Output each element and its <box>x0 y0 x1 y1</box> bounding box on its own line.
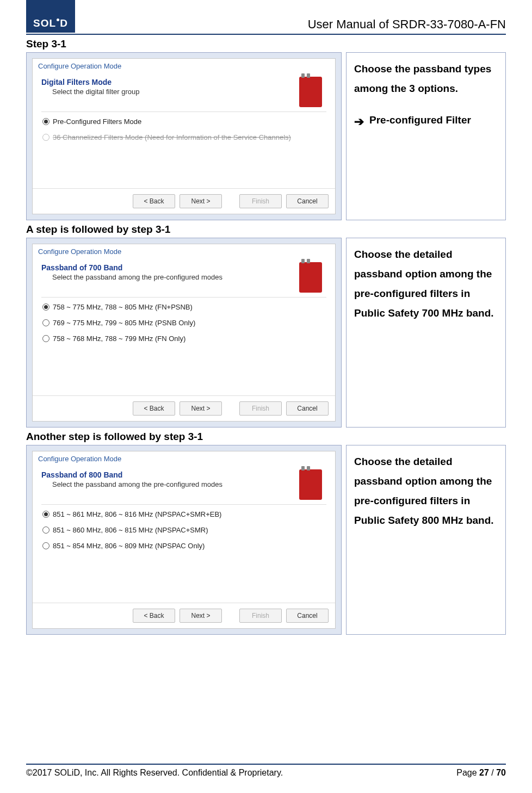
device-icon <box>299 77 322 107</box>
dialog-heading: Digital Filters Mode <box>41 78 139 86</box>
radio-option[interactable]: 758 ~ 768 MHz, 788 ~ 799 MHz (FN Only) <box>42 334 326 343</box>
desc-text: Choose the detailed passband option amon… <box>354 452 498 530</box>
dialog-configure-operation-mode: Configure Operation Mode Passband of 800… <box>32 451 336 629</box>
back-button[interactable]: < Back <box>133 609 175 623</box>
dialog-configure-operation-mode: Configure Operation Mode Digital Filters… <box>32 58 336 214</box>
dialog-options: 851 ~ 861 MHz, 806 ~ 816 MHz (NPSPAC+SMR… <box>41 510 326 597</box>
radio-icon <box>42 134 50 141</box>
finish-button: Finish <box>239 194 282 208</box>
desc-text: Choose the detailed passband option amon… <box>354 245 498 323</box>
next-button[interactable]: Next > <box>180 194 222 208</box>
finish-button: Finish <box>239 609 282 623</box>
radio-option[interactable]: 851 ~ 860 MHz, 806 ~ 815 MHz (NPSPAC+SMR… <box>42 526 326 534</box>
step-row: Configure Operation Mode Digital Filters… <box>26 52 506 220</box>
device-icon <box>299 262 322 293</box>
page-footer: ©2017 SOLiD, Inc. All Rights Reserved. C… <box>26 764 506 778</box>
dialog-top: Passband of 700 Band Select the passband… <box>41 260 326 298</box>
radio-option: 36 Channelized Filters Mode (Need for In… <box>42 133 326 141</box>
step-heading: Step 3-1 <box>26 38 506 50</box>
description-cell: Choose the detailed passband option amon… <box>346 445 506 635</box>
next-button[interactable]: Next > <box>180 609 222 623</box>
dialog-top: Digital Filters Mode Select the digital … <box>41 75 326 112</box>
dialog-heading: Passband of 700 Band <box>41 263 222 272</box>
radio-icon <box>42 542 50 549</box>
doc-title: User Manual of SRDR-33-7080-A-FN <box>308 17 506 33</box>
radio-label: 851 ~ 860 MHz, 806 ~ 815 MHz (NPSPAC+SMR… <box>53 526 208 534</box>
copyright-text: ©2017 SOLiD, Inc. All Rights Reserved. C… <box>26 768 283 778</box>
cancel-button[interactable]: Cancel <box>286 609 329 623</box>
radio-option[interactable]: Pre-Configured Filters Mode <box>42 117 326 126</box>
dialog-sub: Select the passband among the pre-config… <box>52 273 222 281</box>
dialog-top: Passband of 800 Band Select the passband… <box>41 467 326 505</box>
radio-label: 851 ~ 861 MHz, 806 ~ 816 MHz (NPSPAC+SMR… <box>53 510 221 518</box>
desc-text: Choose the passband types among the 3 op… <box>354 59 498 98</box>
device-icon <box>299 469 322 500</box>
screenshot-cell: Configure Operation Mode Passband of 800… <box>26 445 342 635</box>
dialog-buttons: < Back Next > Finish Cancel <box>33 603 335 628</box>
description-cell: Choose the detailed passband option amon… <box>346 238 506 428</box>
radio-label: 36 Channelized Filters Mode (Need for In… <box>53 133 291 141</box>
finish-button: Finish <box>239 401 282 416</box>
radio-label: 851 ~ 854 MHz, 806 ~ 809 MHz (NPSPAC Onl… <box>53 542 205 550</box>
page-number: Page 27 / 70 <box>456 768 506 778</box>
dialog-sub: Select the digital filter group <box>52 88 139 96</box>
radio-option[interactable]: 851 ~ 861 MHz, 806 ~ 816 MHz (NPSPAC+SMR… <box>42 510 326 518</box>
dialog-title: Configure Operation Mode <box>33 451 335 464</box>
screenshot-cell: Configure Operation Mode Passband of 700… <box>26 238 342 428</box>
page: SOLD User Manual of SRDR-33-7080-A-FN St… <box>0 0 532 793</box>
step-heading: A step is followed by step 3-1 <box>26 224 506 236</box>
dialog-options: Pre-Configured Filters Mode 36 Channeliz… <box>41 117 326 183</box>
radio-option[interactable]: 758 ~ 775 MHz, 788 ~ 805 MHz (FN+PSNB) <box>42 303 326 311</box>
step-row: Configure Operation Mode Passband of 700… <box>26 238 506 428</box>
cancel-button[interactable]: Cancel <box>286 401 329 416</box>
back-button[interactable]: < Back <box>133 401 175 416</box>
dialog-configure-operation-mode: Configure Operation Mode Passband of 700… <box>32 244 336 422</box>
radio-label: 758 ~ 775 MHz, 788 ~ 805 MHz (FN+PSNB) <box>53 303 193 311</box>
radio-icon <box>42 319 50 326</box>
radio-icon <box>42 335 50 342</box>
radio-icon <box>42 303 50 311</box>
dialog-buttons: < Back Next > Finish Cancel <box>33 395 335 421</box>
radio-icon <box>42 526 50 534</box>
dialog-title: Configure Operation Mode <box>33 59 335 71</box>
description-cell: Choose the passband types among the 3 op… <box>346 52 506 220</box>
radio-option[interactable]: 851 ~ 854 MHz, 806 ~ 809 MHz (NPSPAC Onl… <box>42 542 326 550</box>
next-button[interactable]: Next > <box>180 401 222 416</box>
radio-label: Pre-Configured Filters Mode <box>53 117 141 126</box>
radio-icon <box>42 118 50 125</box>
cancel-button[interactable]: Cancel <box>286 194 329 208</box>
solid-logo: SOLD <box>26 0 75 33</box>
dialog-buttons: < Back Next > Finish Cancel <box>33 188 335 214</box>
step-row: Configure Operation Mode Passband of 800… <box>26 445 506 635</box>
radio-option[interactable]: 769 ~ 775 MHz, 799 ~ 805 MHz (PSNB Only) <box>42 319 326 327</box>
radio-label: 758 ~ 768 MHz, 788 ~ 799 MHz (FN Only) <box>53 334 185 343</box>
radio-label: 769 ~ 775 MHz, 799 ~ 805 MHz (PSNB Only) <box>53 319 195 327</box>
dialog-options: 758 ~ 775 MHz, 788 ~ 805 MHz (FN+PSNB) 7… <box>41 303 326 390</box>
step-heading: Another step is followed by step 3-1 <box>26 431 506 443</box>
dialog-heading: Passband of 800 Band <box>41 470 222 479</box>
desc-arrow-item: Pre-configured Filter <box>354 110 498 130</box>
dialog-sub: Select the passband among the pre-config… <box>52 480 222 488</box>
page-header: SOLD User Manual of SRDR-33-7080-A-FN <box>26 0 506 35</box>
screenshot-cell: Configure Operation Mode Digital Filters… <box>26 52 342 220</box>
radio-icon <box>42 511 50 518</box>
dialog-title: Configure Operation Mode <box>33 244 335 257</box>
back-button[interactable]: < Back <box>133 194 175 208</box>
